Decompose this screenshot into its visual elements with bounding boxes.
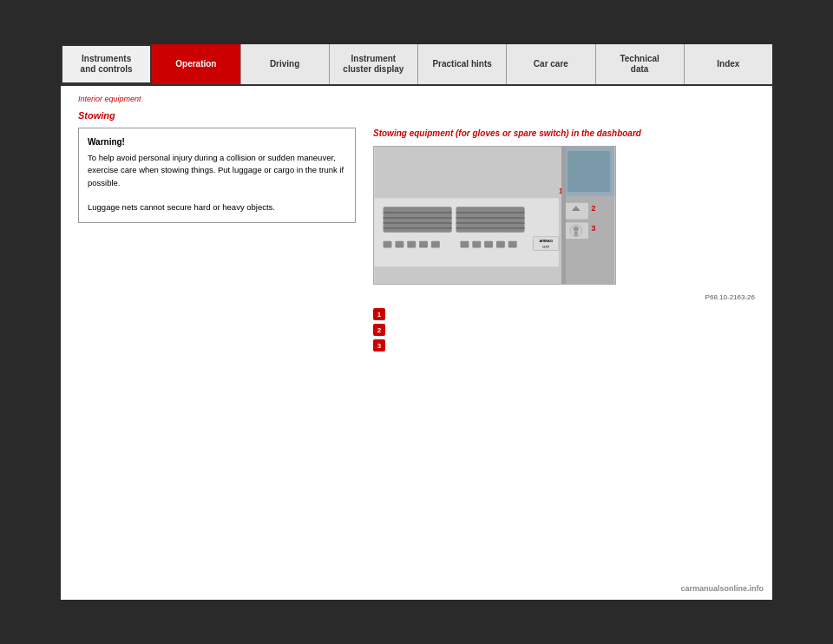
- watermark: carmanualsonline.info: [680, 584, 764, 593]
- svg-text:2: 2: [592, 204, 596, 213]
- num-badge-3: 3: [373, 339, 385, 352]
- nav-item-car-care[interactable]: Car care: [507, 44, 595, 84]
- warning-title: Warning!: [88, 137, 346, 147]
- num-badge-2: 2: [373, 324, 385, 336]
- svg-rect-16: [419, 241, 428, 248]
- svg-point-30: [574, 227, 579, 232]
- svg-rect-14: [395, 241, 403, 248]
- svg-text:OFF: OFF: [542, 245, 549, 249]
- svg-rect-22: [508, 241, 517, 248]
- list-item-2: 2: [373, 324, 755, 336]
- car-image-container: AIRBAG OFF: [373, 146, 616, 285]
- nav-label-technical-data: Technical data: [620, 54, 659, 75]
- list-item-1: 1: [373, 308, 755, 320]
- warning-text: To help avoid personal injury during a c…: [88, 152, 346, 214]
- document-area: Instruments and controls Operation Drivi…: [61, 44, 772, 600]
- nav-item-index[interactable]: Index: [685, 44, 772, 84]
- nav-label-driving: Driving: [270, 59, 299, 69]
- svg-rect-21: [496, 241, 505, 248]
- svg-rect-18: [461, 241, 469, 248]
- svg-rect-37: [561, 147, 566, 284]
- left-column: Warning! To help avoid personal injury d…: [78, 128, 356, 355]
- nav-label-car-care: Car care: [534, 59, 568, 69]
- svg-rect-17: [431, 241, 440, 248]
- list-item-3: 3: [373, 339, 755, 352]
- nav-label-operation: Operation: [175, 59, 216, 69]
- car-interior-svg: AIRBAG OFF: [374, 147, 615, 284]
- nav-label-practical-hints: Practical hints: [432, 59, 491, 69]
- nav-label-index: Index: [717, 59, 739, 69]
- svg-rect-13: [384, 241, 392, 248]
- page-container: Instruments and controls Operation Drivi…: [0, 0, 833, 644]
- nav-item-instruments[interactable]: Instruments and controls: [61, 44, 152, 84]
- content-area: Interior equipment Stowing Warning! To h…: [61, 86, 772, 364]
- nav-item-operation[interactable]: Operation: [152, 44, 240, 84]
- warning-box: Warning! To help avoid personal injury d…: [78, 128, 356, 223]
- svg-rect-31: [574, 232, 578, 236]
- svg-rect-19: [472, 241, 481, 248]
- breadcrumb: Interior equipment: [78, 95, 755, 103]
- nav-bar: Instruments and controls Operation Drivi…: [61, 44, 772, 86]
- nav-label-instrument-cluster: Instrument cluster display: [343, 54, 403, 75]
- nav-item-practical-hints[interactable]: Practical hints: [418, 44, 507, 84]
- right-column: Stowing equipment (for gloves or spare s…: [373, 128, 755, 355]
- nav-item-driving[interactable]: Driving: [241, 44, 330, 84]
- section-title: Stowing: [78, 110, 755, 121]
- nav-item-instrument-cluster[interactable]: Instrument cluster display: [330, 44, 418, 84]
- numbered-list: 1 2 3: [373, 308, 755, 352]
- svg-rect-15: [407, 241, 416, 248]
- svg-rect-36: [567, 151, 610, 192]
- num-badge-1: 1: [373, 308, 385, 320]
- main-content: Warning! To help avoid personal injury d…: [78, 128, 755, 355]
- svg-rect-20: [484, 241, 493, 248]
- svg-text:3: 3: [592, 224, 596, 233]
- image-label: P68.10-2163-26: [373, 293, 755, 301]
- right-heading: Stowing equipment (for gloves or spare s…: [373, 128, 755, 139]
- nav-label-instruments: Instruments and controls: [81, 54, 133, 75]
- nav-item-technical-data[interactable]: Technical data: [596, 44, 685, 84]
- svg-text:AIRBAG: AIRBAG: [539, 239, 553, 243]
